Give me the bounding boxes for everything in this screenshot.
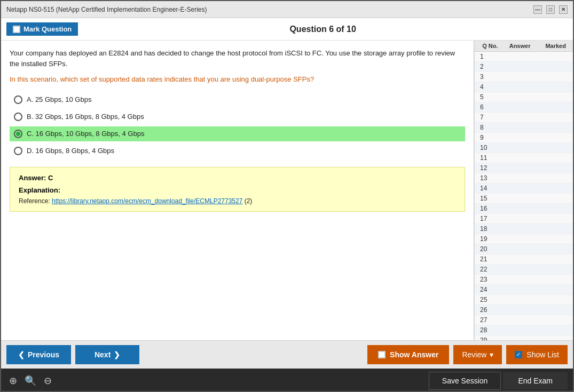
option-b[interactable]: B. 32 Gbps, 16 Gbps, 8 Gbps, 4 Gbps xyxy=(10,109,465,124)
sidebar-qno: 28 xyxy=(475,326,501,334)
sidebar-row[interactable]: 3 xyxy=(475,72,573,82)
show-list-checkbox-icon xyxy=(515,351,522,358)
save-session-label: Save Session xyxy=(442,377,488,385)
sidebar-row[interactable]: 4 xyxy=(475,82,573,92)
show-answer-label: Show Answer xyxy=(390,350,438,359)
sidebar-qno: 12 xyxy=(475,164,501,172)
show-list-button[interactable]: Show List xyxy=(506,345,568,364)
title-bar: Netapp NS0-515 (NetApp Certified Impleme… xyxy=(1,1,573,18)
sidebar-header-qno: Q No. xyxy=(475,43,501,49)
sidebar-qno: 27 xyxy=(475,316,501,324)
window-controls: — □ ✕ xyxy=(533,5,568,14)
question-title: Question 6 of 10 xyxy=(78,25,568,34)
sidebar-row[interactable]: 28 xyxy=(475,325,573,335)
sidebar-row[interactable]: 11 xyxy=(475,153,573,163)
review-dropdown-icon: ▾ xyxy=(490,350,493,359)
sidebar-qno: 17 xyxy=(475,215,501,222)
sidebar-qno: 19 xyxy=(475,235,501,243)
option-c[interactable]: C. 16 Gbps, 10 Gbps, 8 Gbps, 4 Gbps xyxy=(10,126,465,141)
end-exam-button[interactable]: End Exam xyxy=(503,372,568,389)
review-button[interactable]: Review ▾ xyxy=(453,345,502,364)
sidebar-qno: 22 xyxy=(475,266,501,273)
radio-d xyxy=(14,147,22,155)
sidebar-qno: 15 xyxy=(475,195,501,202)
sidebar-row[interactable]: 8 xyxy=(475,123,573,133)
sidebar-row[interactable]: 15 xyxy=(475,194,573,204)
sidebar-qno: 2 xyxy=(475,63,501,70)
sidebar-qno: 5 xyxy=(475,93,501,101)
content-area: Your company has deployed an E2824 and h… xyxy=(1,41,573,340)
zoom-reset-button[interactable]: 🔍 xyxy=(22,374,39,388)
next-button[interactable]: Next ❯ xyxy=(75,345,139,364)
minimize-button[interactable]: — xyxy=(533,5,542,14)
sidebar-row[interactable]: 23 xyxy=(475,275,573,285)
sidebar-row[interactable]: 27 xyxy=(475,315,573,325)
sidebar-qno: 21 xyxy=(475,255,501,263)
footer-buttons: ❮ Previous Next ❯ Show Answer Review ▾ S… xyxy=(1,340,573,369)
sidebar-qno: 8 xyxy=(475,124,501,131)
sidebar-row[interactable]: 17 xyxy=(475,214,573,224)
sidebar-row[interactable]: 26 xyxy=(475,305,573,315)
sidebar-row[interactable]: 12 xyxy=(475,163,573,173)
show-answer-checkbox-icon xyxy=(378,351,386,358)
option-a[interactable]: A. 25 Gbps, 10 Gbps xyxy=(10,92,465,107)
sidebar-row[interactable]: 24 xyxy=(475,285,573,295)
reference-text: Reference: https://library.netapp.com/ec… xyxy=(19,197,456,205)
sidebar-qno: 29 xyxy=(475,337,501,340)
sidebar-row[interactable]: 18 xyxy=(475,224,573,234)
question-sidebar: Q No. Answer Marked 1 2 3 4 5 6 xyxy=(474,41,573,340)
sidebar-rows-container: 1 2 3 4 5 6 7 8 xyxy=(475,52,573,340)
options-list: A. 25 Gbps, 10 Gbps B. 32 Gbps, 16 Gbps,… xyxy=(10,92,465,158)
option-c-text: C. 16 Gbps, 10 Gbps, 8 Gbps, 4 Gbps xyxy=(27,130,144,138)
save-session-button[interactable]: Save Session xyxy=(429,372,501,390)
sidebar-header: Q No. Answer Marked xyxy=(475,41,573,52)
sidebar-header-answer: Answer xyxy=(501,43,539,49)
sidebar-row[interactable]: 16 xyxy=(475,204,573,214)
sidebar-row[interactable]: 25 xyxy=(475,295,573,305)
reference-prefix: Reference: xyxy=(19,197,52,205)
mark-checkbox-icon xyxy=(13,26,20,33)
sidebar-qno: 10 xyxy=(475,144,501,151)
sidebar-qno: 20 xyxy=(475,245,501,253)
sidebar-row[interactable]: 1 xyxy=(475,52,573,62)
toolbar: Mark Question Question 6 of 10 xyxy=(1,18,573,41)
sidebar-row[interactable]: 29 xyxy=(475,335,573,340)
sidebar-row[interactable]: 2 xyxy=(475,62,573,72)
sidebar-row[interactable]: 7 xyxy=(475,113,573,123)
zoom-out-button[interactable]: ⊖ xyxy=(41,374,54,388)
explanation-label: Explanation: xyxy=(19,186,456,194)
next-arrow-icon: ❯ xyxy=(114,350,120,359)
mark-question-button[interactable]: Mark Question xyxy=(6,22,78,36)
sidebar-row[interactable]: 19 xyxy=(475,234,573,244)
next-label: Next xyxy=(95,350,111,359)
sidebar-qno: 1 xyxy=(475,53,501,60)
previous-label: Previous xyxy=(28,350,59,359)
previous-button[interactable]: ❮ Previous xyxy=(6,345,71,364)
show-answer-button[interactable]: Show Answer xyxy=(367,345,449,364)
sidebar-qno: 23 xyxy=(475,276,501,283)
sidebar-qno: 14 xyxy=(475,185,501,192)
sidebar-row[interactable]: 10 xyxy=(475,143,573,153)
sidebar-row[interactable]: 13 xyxy=(475,173,573,183)
sidebar-qno: 3 xyxy=(475,73,501,81)
window-title: Netapp NS0-515 (NetApp Certified Impleme… xyxy=(6,6,207,13)
sidebar-row[interactable]: 14 xyxy=(475,183,573,194)
sidebar-row[interactable]: 5 xyxy=(475,92,573,102)
sidebar-row[interactable]: 20 xyxy=(475,244,573,254)
maximize-button[interactable]: □ xyxy=(546,5,555,14)
sidebar-qno: 24 xyxy=(475,286,501,293)
sidebar-qno: 6 xyxy=(475,103,501,111)
review-label: Review xyxy=(462,350,486,359)
sidebar-row[interactable]: 6 xyxy=(475,102,573,113)
reference-link[interactable]: https://library.netapp.com/ecm/ecm_downl… xyxy=(52,197,242,205)
option-d[interactable]: D. 16 Gbps, 8 Gbps, 4 Gbps xyxy=(10,143,465,158)
sidebar-qno: 25 xyxy=(475,296,501,303)
sidebar-qno: 7 xyxy=(475,114,501,121)
close-button[interactable]: ✕ xyxy=(559,5,568,14)
zoom-in-button[interactable]: ⊕ xyxy=(6,374,20,388)
footer-bottom: ⊕ 🔍 ⊖ Save Session End Exam xyxy=(1,369,573,392)
sidebar-row[interactable]: 9 xyxy=(475,133,573,143)
sidebar-row[interactable]: 21 xyxy=(475,254,573,265)
sidebar-row[interactable]: 22 xyxy=(475,265,573,275)
sidebar-header-marked: Marked xyxy=(538,43,573,49)
